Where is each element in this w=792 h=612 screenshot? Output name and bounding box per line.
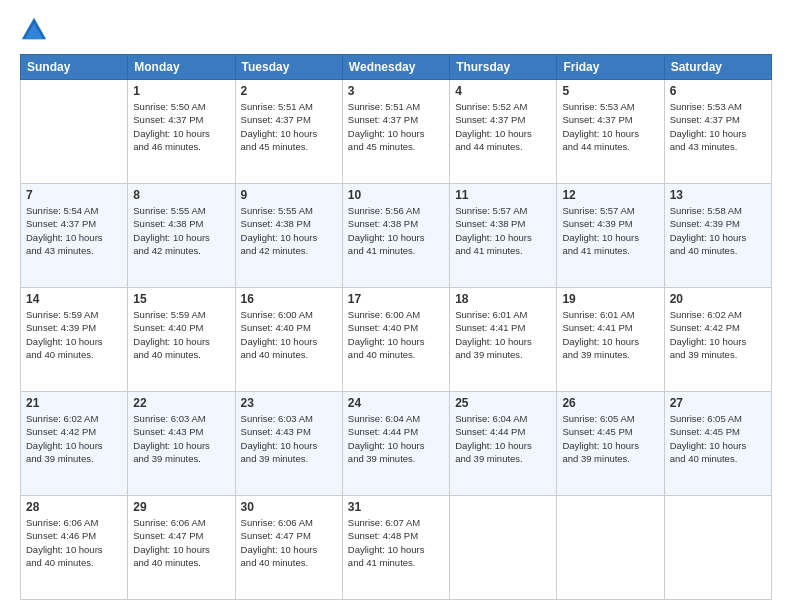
day-info: Sunrise: 5:52 AMSunset: 4:37 PMDaylight:… (455, 100, 551, 153)
day-number: 5 (562, 84, 658, 98)
calendar-cell: 11Sunrise: 5:57 AMSunset: 4:38 PMDayligh… (450, 184, 557, 288)
calendar-cell: 10Sunrise: 5:56 AMSunset: 4:38 PMDayligh… (342, 184, 449, 288)
day-info: Sunrise: 5:57 AMSunset: 4:39 PMDaylight:… (562, 204, 658, 257)
day-info: Sunrise: 5:58 AMSunset: 4:39 PMDaylight:… (670, 204, 766, 257)
day-number: 13 (670, 188, 766, 202)
calendar-cell: 6Sunrise: 5:53 AMSunset: 4:37 PMDaylight… (664, 80, 771, 184)
calendar-cell: 9Sunrise: 5:55 AMSunset: 4:38 PMDaylight… (235, 184, 342, 288)
day-number: 20 (670, 292, 766, 306)
calendar-cell: 28Sunrise: 6:06 AMSunset: 4:46 PMDayligh… (21, 496, 128, 600)
calendar-week-5: 28Sunrise: 6:06 AMSunset: 4:46 PMDayligh… (21, 496, 772, 600)
day-number: 21 (26, 396, 122, 410)
day-number: 7 (26, 188, 122, 202)
calendar-cell: 5Sunrise: 5:53 AMSunset: 4:37 PMDaylight… (557, 80, 664, 184)
calendar-header-wednesday: Wednesday (342, 55, 449, 80)
day-info: Sunrise: 6:00 AMSunset: 4:40 PMDaylight:… (241, 308, 337, 361)
day-info: Sunrise: 5:56 AMSunset: 4:38 PMDaylight:… (348, 204, 444, 257)
day-number: 25 (455, 396, 551, 410)
calendar-cell: 26Sunrise: 6:05 AMSunset: 4:45 PMDayligh… (557, 392, 664, 496)
day-info: Sunrise: 6:03 AMSunset: 4:43 PMDaylight:… (241, 412, 337, 465)
calendar-header-tuesday: Tuesday (235, 55, 342, 80)
day-info: Sunrise: 6:00 AMSunset: 4:40 PMDaylight:… (348, 308, 444, 361)
day-info: Sunrise: 6:07 AMSunset: 4:48 PMDaylight:… (348, 516, 444, 569)
calendar-cell (557, 496, 664, 600)
calendar-cell (664, 496, 771, 600)
calendar-header-friday: Friday (557, 55, 664, 80)
calendar-cell (21, 80, 128, 184)
day-info: Sunrise: 6:06 AMSunset: 4:47 PMDaylight:… (241, 516, 337, 569)
day-number: 4 (455, 84, 551, 98)
logo-icon (20, 16, 48, 44)
day-info: Sunrise: 6:01 AMSunset: 4:41 PMDaylight:… (455, 308, 551, 361)
day-number: 1 (133, 84, 229, 98)
calendar-table: SundayMondayTuesdayWednesdayThursdayFrid… (20, 54, 772, 600)
calendar-week-2: 7Sunrise: 5:54 AMSunset: 4:37 PMDaylight… (21, 184, 772, 288)
day-info: Sunrise: 6:02 AMSunset: 4:42 PMDaylight:… (26, 412, 122, 465)
calendar-cell: 12Sunrise: 5:57 AMSunset: 4:39 PMDayligh… (557, 184, 664, 288)
day-number: 17 (348, 292, 444, 306)
day-info: Sunrise: 5:57 AMSunset: 4:38 PMDaylight:… (455, 204, 551, 257)
day-number: 31 (348, 500, 444, 514)
calendar-week-3: 14Sunrise: 5:59 AMSunset: 4:39 PMDayligh… (21, 288, 772, 392)
day-info: Sunrise: 6:03 AMSunset: 4:43 PMDaylight:… (133, 412, 229, 465)
calendar-week-1: 1Sunrise: 5:50 AMSunset: 4:37 PMDaylight… (21, 80, 772, 184)
calendar-cell: 18Sunrise: 6:01 AMSunset: 4:41 PMDayligh… (450, 288, 557, 392)
day-info: Sunrise: 6:04 AMSunset: 4:44 PMDaylight:… (348, 412, 444, 465)
calendar-cell: 19Sunrise: 6:01 AMSunset: 4:41 PMDayligh… (557, 288, 664, 392)
day-info: Sunrise: 5:53 AMSunset: 4:37 PMDaylight:… (670, 100, 766, 153)
day-number: 27 (670, 396, 766, 410)
calendar-cell: 8Sunrise: 5:55 AMSunset: 4:38 PMDaylight… (128, 184, 235, 288)
day-info: Sunrise: 5:59 AMSunset: 4:39 PMDaylight:… (26, 308, 122, 361)
day-info: Sunrise: 5:53 AMSunset: 4:37 PMDaylight:… (562, 100, 658, 153)
day-number: 15 (133, 292, 229, 306)
logo (20, 16, 52, 44)
calendar-cell: 22Sunrise: 6:03 AMSunset: 4:43 PMDayligh… (128, 392, 235, 496)
calendar-cell: 1Sunrise: 5:50 AMSunset: 4:37 PMDaylight… (128, 80, 235, 184)
day-number: 10 (348, 188, 444, 202)
calendar-cell: 15Sunrise: 5:59 AMSunset: 4:40 PMDayligh… (128, 288, 235, 392)
day-number: 2 (241, 84, 337, 98)
calendar-cell: 20Sunrise: 6:02 AMSunset: 4:42 PMDayligh… (664, 288, 771, 392)
day-info: Sunrise: 6:02 AMSunset: 4:42 PMDaylight:… (670, 308, 766, 361)
day-info: Sunrise: 6:05 AMSunset: 4:45 PMDaylight:… (670, 412, 766, 465)
calendar-week-4: 21Sunrise: 6:02 AMSunset: 4:42 PMDayligh… (21, 392, 772, 496)
day-number: 9 (241, 188, 337, 202)
calendar-header-row: SundayMondayTuesdayWednesdayThursdayFrid… (21, 55, 772, 80)
day-info: Sunrise: 6:06 AMSunset: 4:47 PMDaylight:… (133, 516, 229, 569)
day-number: 22 (133, 396, 229, 410)
day-info: Sunrise: 6:04 AMSunset: 4:44 PMDaylight:… (455, 412, 551, 465)
calendar-cell: 31Sunrise: 6:07 AMSunset: 4:48 PMDayligh… (342, 496, 449, 600)
calendar-cell: 4Sunrise: 5:52 AMSunset: 4:37 PMDaylight… (450, 80, 557, 184)
calendar-cell: 23Sunrise: 6:03 AMSunset: 4:43 PMDayligh… (235, 392, 342, 496)
day-number: 30 (241, 500, 337, 514)
day-info: Sunrise: 5:55 AMSunset: 4:38 PMDaylight:… (241, 204, 337, 257)
calendar-cell (450, 496, 557, 600)
day-info: Sunrise: 5:54 AMSunset: 4:37 PMDaylight:… (26, 204, 122, 257)
calendar-cell: 30Sunrise: 6:06 AMSunset: 4:47 PMDayligh… (235, 496, 342, 600)
day-number: 6 (670, 84, 766, 98)
calendar-cell: 21Sunrise: 6:02 AMSunset: 4:42 PMDayligh… (21, 392, 128, 496)
calendar-cell: 25Sunrise: 6:04 AMSunset: 4:44 PMDayligh… (450, 392, 557, 496)
calendar-cell: 16Sunrise: 6:00 AMSunset: 4:40 PMDayligh… (235, 288, 342, 392)
day-number: 23 (241, 396, 337, 410)
calendar-header-thursday: Thursday (450, 55, 557, 80)
page: SundayMondayTuesdayWednesdayThursdayFrid… (0, 0, 792, 612)
day-info: Sunrise: 6:06 AMSunset: 4:46 PMDaylight:… (26, 516, 122, 569)
day-number: 24 (348, 396, 444, 410)
day-info: Sunrise: 5:55 AMSunset: 4:38 PMDaylight:… (133, 204, 229, 257)
calendar-cell: 13Sunrise: 5:58 AMSunset: 4:39 PMDayligh… (664, 184, 771, 288)
day-number: 29 (133, 500, 229, 514)
calendar-cell: 2Sunrise: 5:51 AMSunset: 4:37 PMDaylight… (235, 80, 342, 184)
calendar-cell: 14Sunrise: 5:59 AMSunset: 4:39 PMDayligh… (21, 288, 128, 392)
day-number: 3 (348, 84, 444, 98)
calendar-cell: 24Sunrise: 6:04 AMSunset: 4:44 PMDayligh… (342, 392, 449, 496)
day-info: Sunrise: 6:05 AMSunset: 4:45 PMDaylight:… (562, 412, 658, 465)
day-info: Sunrise: 5:59 AMSunset: 4:40 PMDaylight:… (133, 308, 229, 361)
day-info: Sunrise: 5:50 AMSunset: 4:37 PMDaylight:… (133, 100, 229, 153)
day-number: 18 (455, 292, 551, 306)
calendar-cell: 17Sunrise: 6:00 AMSunset: 4:40 PMDayligh… (342, 288, 449, 392)
day-number: 28 (26, 500, 122, 514)
day-number: 11 (455, 188, 551, 202)
day-number: 8 (133, 188, 229, 202)
calendar-cell: 7Sunrise: 5:54 AMSunset: 4:37 PMDaylight… (21, 184, 128, 288)
